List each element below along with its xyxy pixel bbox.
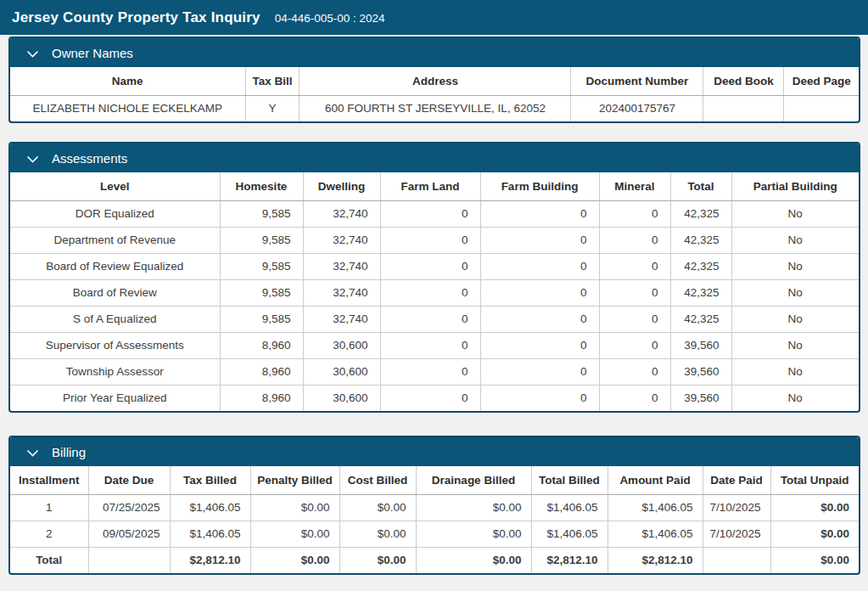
chevron-down-icon (26, 449, 39, 457)
column-header: Total Unpaid (770, 466, 859, 494)
cell: Board of Review (10, 279, 220, 306)
cell: $1,406.05 (608, 494, 703, 521)
cell: 9,585 (220, 253, 303, 279)
cell: 42,325 (670, 200, 731, 227)
cell (784, 95, 859, 121)
cell: No (731, 200, 859, 227)
cell: 0 (599, 332, 670, 358)
cell: $2,812.10 (170, 547, 250, 573)
cell: 0 (380, 358, 480, 385)
cell: 39,560 (670, 332, 731, 358)
cell: Y (245, 95, 300, 121)
header-row: NameTax BillAddressDocument NumberDeed B… (10, 67, 859, 95)
cell: 42,325 (670, 253, 731, 279)
cell: 0 (599, 227, 670, 253)
column-header: Drainage Billed (416, 466, 531, 494)
cell: 39,560 (670, 358, 731, 385)
column-header: Level (10, 172, 220, 200)
cell: $0.00 (770, 521, 859, 547)
cell: No (731, 253, 859, 279)
cell: 8,960 (220, 332, 303, 358)
cell: $0.00 (250, 521, 339, 547)
cell: 0 (380, 279, 480, 306)
header-row: LevelHomesiteDwellingFarm LandFarm Build… (10, 172, 859, 200)
cell: 0 (599, 385, 670, 411)
section-title: Assessments (52, 151, 127, 166)
cell: 0 (380, 306, 480, 332)
cell: No (731, 227, 859, 253)
table-row: DOR Equalized9,58532,74000042,325No (10, 200, 859, 227)
cell: 30,600 (303, 358, 380, 385)
column-header: Amount Paid (608, 466, 703, 494)
cell: 9,585 (220, 200, 303, 227)
cell: 0 (380, 385, 480, 411)
cell: 8,960 (220, 385, 303, 411)
cell: $0.00 (770, 547, 859, 573)
cell (703, 547, 770, 573)
cell: 0 (380, 227, 480, 253)
cell: 0 (599, 358, 670, 385)
cell: $0.00 (250, 547, 339, 573)
cell: 9,585 (220, 279, 303, 306)
billing-section-toggle[interactable]: Billing (10, 437, 859, 466)
cell: No (731, 358, 859, 385)
cell: $0.00 (416, 547, 531, 573)
cell: $0.00 (770, 494, 859, 521)
cell: $1,406.05 (170, 521, 250, 547)
column-header: Installment (10, 466, 88, 494)
cell: 9,585 (220, 306, 303, 332)
column-header: Penalty Billed (250, 466, 339, 494)
cell: 0 (380, 200, 480, 227)
page-title: Jersey County Property Tax Inquiry (12, 9, 260, 26)
table-row: S of A Equalized9,58532,74000042,325No (10, 306, 859, 332)
cell: 39,560 (670, 385, 731, 411)
header-row: InstallmentDate DueTax BilledPenalty Bil… (10, 466, 859, 494)
cell: 0 (480, 200, 599, 227)
column-header: Partial Building (731, 172, 859, 200)
cell: 0 (480, 358, 599, 385)
column-header: Homesite (220, 172, 303, 200)
owner-names-section-toggle[interactable]: Owner Names (10, 38, 859, 67)
cell: $1,406.05 (531, 521, 608, 547)
chevron-down-icon (26, 155, 39, 163)
owner-names-table: NameTax BillAddressDocument NumberDeed B… (10, 67, 859, 121)
cell: 0 (480, 332, 599, 358)
column-header: Tax Billed (170, 466, 250, 494)
cell: $1,406.05 (531, 494, 608, 521)
cell: S of A Equalized (10, 306, 220, 332)
cell: 0 (480, 306, 599, 332)
cell: No (731, 279, 859, 306)
table-row: 107/25/2025$1,406.05$0.00$0.00$0.00$1,40… (10, 494, 859, 521)
cell: 2 (10, 521, 88, 547)
table-row: 209/05/2025$1,406.05$0.00$0.00$0.00$1,40… (10, 521, 859, 547)
cell: No (731, 306, 859, 332)
section-title: Billing (52, 445, 86, 459)
app-header: Jersey County Property Tax Inquiry 04-44… (0, 0, 868, 35)
section-billing: Billing InstallmentDate DueTax BilledPen… (8, 436, 860, 575)
cell: 202400175767 (571, 95, 703, 121)
parcel-id-and-year: 04-446-005-00 : 2024 (275, 10, 385, 25)
cell: 0 (599, 306, 670, 332)
cell: $2,812.10 (608, 547, 703, 573)
cell: 32,740 (303, 200, 380, 227)
cell: 0 (480, 253, 599, 279)
cell: $0.00 (250, 494, 339, 521)
cell: 600 FOURTH ST JERSEYVILLE, IL, 62052 (300, 95, 571, 121)
cell: 07/25/2025 (88, 494, 170, 521)
cell: $1,406.05 (608, 521, 703, 547)
cell: 0 (599, 200, 670, 227)
column-header: Deed Book (703, 67, 784, 95)
column-header: Date Paid (703, 466, 770, 494)
cell: 0 (480, 385, 599, 411)
cell: 32,740 (303, 279, 380, 306)
cell: 30,600 (303, 332, 380, 358)
cell: $2,812.10 (531, 547, 608, 573)
chevron-down-icon (26, 50, 39, 58)
cell: 1 (10, 494, 88, 521)
column-header: Mineral (599, 172, 670, 200)
column-header: Farm Land (380, 172, 480, 200)
column-header: Address (300, 67, 571, 95)
cell (703, 95, 784, 121)
billing-table: InstallmentDate DueTax BilledPenalty Bil… (10, 466, 859, 573)
assessments-section-toggle[interactable]: Assessments (10, 144, 859, 172)
